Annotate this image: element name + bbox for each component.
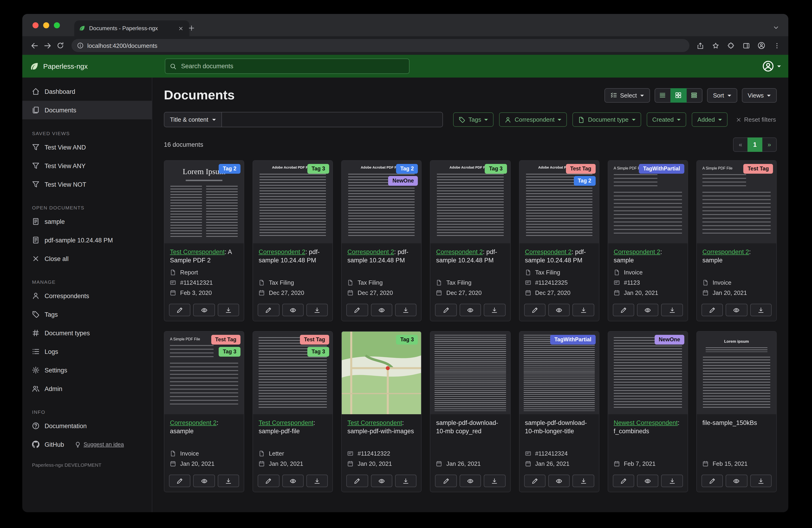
correspondent-link[interactable]: Correspondent 2 — [259, 248, 305, 255]
document-card[interactable]: Adobe Acrobat PDF FilesTag 3Corresponden… — [252, 160, 333, 322]
document-title[interactable]: Test Correspondent: A Sample PDF 2 — [170, 248, 238, 265]
correspondent-link[interactable]: Correspondent 2 — [348, 248, 394, 255]
filter-correspondent-button[interactable]: Correspondent — [499, 112, 567, 127]
document-thumbnail[interactable]: A Simple PDF FileTest TagTag 3 — [164, 331, 244, 414]
browser-tab[interactable]: Documents - Paperless-ngx — [74, 20, 189, 36]
edit-button[interactable] — [435, 475, 457, 487]
user-menu[interactable] — [762, 60, 781, 72]
edit-button[interactable] — [613, 475, 634, 487]
document-title[interactable]: Correspondent 2: pdf-sample 10.24.48 PM — [348, 248, 416, 265]
document-title[interactable]: Correspondent 2: asample — [170, 419, 238, 436]
detail-view-button[interactable] — [686, 88, 702, 102]
document-title[interactable]: Test Correspondent: sample-pdf-file — [259, 419, 327, 436]
back-button[interactable] — [28, 39, 41, 52]
app-brand[interactable]: Paperless-ngx — [30, 61, 152, 71]
download-button[interactable] — [750, 304, 772, 316]
sidebar-item-close-all[interactable]: Close all — [22, 249, 152, 268]
edit-button[interactable] — [258, 475, 279, 487]
document-title[interactable]: Newest Correspondent: f_combineds — [613, 419, 682, 436]
pagination-next-button[interactable]: » — [762, 138, 777, 152]
pagination-prev-button[interactable]: « — [733, 138, 748, 152]
filter-document-type-button[interactable]: Document type — [573, 112, 641, 127]
view-button[interactable] — [193, 304, 215, 316]
correspondent-link[interactable]: Correspondent 2 — [436, 248, 483, 255]
browser-menu-icon[interactable] — [771, 40, 783, 52]
edit-button[interactable] — [524, 304, 546, 316]
edit-button[interactable] — [347, 304, 368, 316]
correspondent-link[interactable]: Test Correspondent — [259, 419, 314, 426]
document-thumbnail[interactable]: Lorem ipsum — [697, 331, 776, 414]
zoom-window-button[interactable] — [54, 22, 60, 28]
correspondent-link[interactable]: Correspondent 2 — [525, 248, 571, 255]
document-title[interactable]: sample-pdf-download-10-mb-longer-title — [525, 419, 593, 436]
edit-button[interactable] — [169, 304, 191, 316]
document-card[interactable]: A Simple PDF FileTagWithPartialCorrespon… — [608, 160, 688, 322]
document-thumbnail[interactable]: A Simple PDF FileTagWithPartial — [608, 161, 687, 243]
download-button[interactable] — [218, 304, 239, 316]
tag-badge[interactable]: Test Tag — [211, 335, 241, 345]
sidebar-item-documents[interactable]: Documents — [22, 101, 152, 119]
document-thumbnail[interactable]: A Simple PDF FileTest Tag — [697, 161, 776, 243]
view-button[interactable] — [193, 475, 215, 487]
document-title[interactable]: Test Correspondent: sample-pdf-with-imag… — [348, 419, 416, 436]
reload-button[interactable] — [54, 39, 67, 52]
tag-badge[interactable]: Tag 3 — [396, 335, 418, 345]
address-bar[interactable]: localhost:4200/documents — [72, 39, 690, 52]
edit-button[interactable] — [524, 475, 546, 487]
document-card[interactable]: NewOneNewest Correspondent: f_combinedsF… — [608, 331, 688, 492]
edit-button[interactable] — [258, 304, 279, 316]
tag-badge[interactable]: Test Tag — [743, 164, 773, 174]
document-title[interactable]: Correspondent 2: pdf-sample 10.24.48 PM — [259, 248, 327, 265]
sidebar-item-logs[interactable]: Logs — [22, 342, 152, 361]
list-view-button[interactable] — [654, 88, 671, 102]
bookmark-star-icon[interactable] — [709, 40, 722, 52]
view-button[interactable] — [371, 304, 392, 316]
sidebar-item-sample[interactable]: sample — [22, 212, 152, 231]
views-button[interactable]: Views — [742, 88, 777, 102]
document-title[interactable]: Correspondent 2: sample — [613, 248, 682, 265]
sidebar-item-documentation[interactable]: Documentation — [22, 416, 152, 435]
document-card[interactable]: TagWithPartialsample-pdf-download-10-mb-… — [519, 331, 599, 492]
view-button[interactable] — [726, 475, 747, 487]
suggest-idea-link[interactable]: Suggest an idea — [75, 441, 124, 448]
download-button[interactable] — [573, 475, 594, 487]
view-button[interactable] — [637, 475, 658, 487]
sidebar-item-github[interactable]: GitHubSuggest an idea — [22, 435, 152, 454]
share-icon[interactable] — [694, 40, 706, 52]
document-title[interactable]: file-sample_150kBs — [702, 419, 771, 427]
download-button[interactable] — [218, 475, 239, 487]
tag-badge[interactable]: NewOne — [655, 335, 684, 345]
sidebar-item-admin[interactable]: Admin — [22, 380, 152, 398]
extensions-puzzle-icon[interactable] — [725, 40, 737, 52]
document-thumbnail[interactable]: NewOne — [608, 331, 687, 414]
sidebar-item-test-view-and[interactable]: Test View AND — [22, 138, 152, 157]
correspondent-link[interactable]: Correspondent 2 — [613, 248, 660, 255]
filter-added-button[interactable]: Added — [692, 112, 727, 127]
tag-badge[interactable]: Tag 3 — [485, 164, 507, 174]
sidebar-item-test-view-any[interactable]: Test View ANY — [22, 157, 152, 175]
tag-badge[interactable]: Tag 3 — [307, 347, 329, 357]
download-button[interactable] — [661, 304, 683, 316]
document-thumbnail[interactable]: Tag 3 — [342, 331, 421, 414]
document-card[interactable]: A Simple PDF FileTest TagTag 3Correspond… — [164, 331, 244, 492]
document-thumbnail[interactable]: Adobe Acrobat PDF FilesTag 2NewOne — [342, 161, 421, 243]
view-button[interactable] — [460, 475, 481, 487]
browser-profile-icon[interactable] — [755, 40, 767, 52]
tag-badge[interactable]: NewOne — [388, 176, 418, 186]
view-button[interactable] — [548, 475, 570, 487]
document-thumbnail[interactable] — [431, 331, 510, 414]
correspondent-link[interactable]: Newest Correspondent — [613, 419, 678, 426]
download-button[interactable] — [484, 304, 505, 316]
tag-badge[interactable]: Tag 2 — [574, 176, 595, 186]
document-card[interactable]: sample-pdf-download-10-mb copy_redJan 26… — [430, 331, 510, 492]
download-button[interactable] — [484, 475, 505, 487]
view-button[interactable] — [282, 475, 304, 487]
view-button[interactable] — [637, 304, 658, 316]
download-button[interactable] — [306, 304, 328, 316]
tab-close-icon[interactable] — [176, 24, 185, 32]
document-thumbnail[interactable]: Adobe Acrobat PDF FilesTag 3 — [431, 161, 510, 243]
correspondent-link[interactable]: Correspondent 2 — [170, 419, 217, 426]
sidebar-item-dashboard[interactable]: Dashboard — [22, 82, 152, 101]
document-thumbnail[interactable]: Adobe Acrobat PDF FilesTest TagTag 2 — [519, 161, 599, 243]
title-content-input[interactable] — [222, 112, 443, 127]
